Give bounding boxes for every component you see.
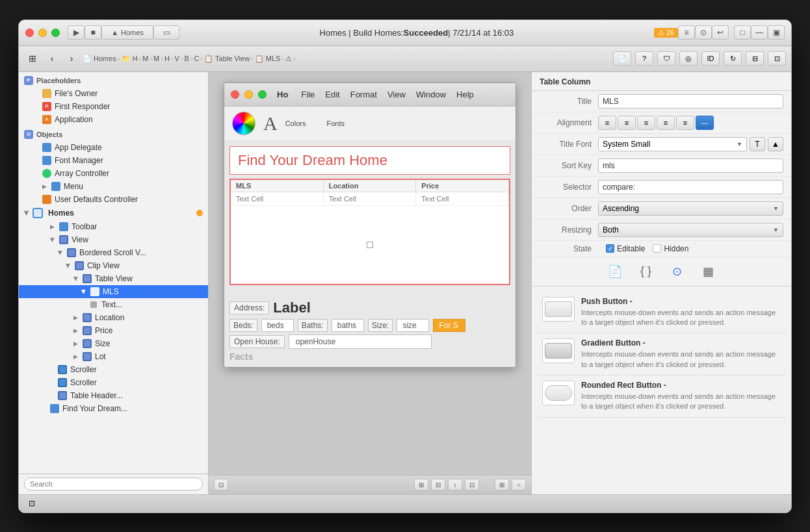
bc-h1[interactable]: 📁 H: [122, 55, 138, 63]
align-right[interactable]: ≡: [657, 116, 675, 130]
doc-icon[interactable]: 📄: [613, 51, 631, 66]
find-your-dream-item[interactable]: Find Your Dream...: [19, 402, 208, 415]
array-controller-item[interactable]: Array Controller: [19, 167, 208, 180]
title-font-select[interactable]: System Small ▼: [598, 137, 747, 151]
scroller1-item[interactable]: Scroller: [19, 363, 208, 376]
back-button[interactable]: ‹: [44, 50, 60, 67]
location-tree-item[interactable]: ▶ Location: [19, 311, 208, 324]
color-wheel[interactable]: [232, 112, 255, 135]
editable-checkbox-item[interactable]: ✓ Editable: [606, 244, 645, 253]
homes-section[interactable]: ▶ Homes: [19, 206, 208, 220]
files-owner-item[interactable]: File's Owner: [19, 87, 208, 100]
bottom-circle[interactable]: ○: [512, 479, 526, 490]
bc-v[interactable]: V: [175, 55, 179, 62]
first-responder-item[interactable]: R First Responder: [19, 100, 208, 113]
selector-input[interactable]: [598, 180, 783, 194]
font-manager-item[interactable]: Font Manager: [19, 154, 208, 167]
font-t-btn[interactable]: T: [750, 137, 765, 151]
help-icon[interactable]: ?: [635, 51, 653, 66]
user-defaults-item[interactable]: User Defaults Controller: [19, 193, 208, 206]
align-active[interactable]: —: [696, 116, 714, 130]
bc-m1[interactable]: M: [142, 55, 148, 62]
warning-badge[interactable]: ⚠ 26: [654, 28, 678, 38]
frame-btn[interactable]: ⊡: [214, 479, 228, 490]
sort-key-input[interactable]: [598, 158, 783, 173]
align-center[interactable]: ≡: [618, 116, 636, 130]
layout-btn2[interactable]: ⊟: [431, 479, 445, 490]
menu-help[interactable]: Help: [456, 90, 474, 99]
grid-button[interactable]: ⊞: [24, 50, 41, 67]
run-button[interactable]: ▶: [68, 25, 85, 40]
lot-tree-item[interactable]: ▶ Lot: [19, 350, 208, 363]
bc-mls[interactable]: 📋 MLS: [255, 55, 281, 63]
version-button[interactable]: ↩: [712, 25, 729, 40]
grid2-icon[interactable]: ⊟: [746, 51, 764, 66]
scroller2-item[interactable]: Scroller: [19, 376, 208, 389]
table-inspector-icon[interactable]: ▦: [699, 262, 718, 281]
resizing-dropdown[interactable]: Both ▼: [598, 223, 783, 237]
shield-icon[interactable]: 🛡: [657, 51, 675, 66]
navigator-button[interactable]: □: [734, 25, 751, 40]
circle-inspector-icon[interactable]: ⊙: [668, 262, 686, 281]
title-input[interactable]: [598, 94, 783, 108]
bc-table-view[interactable]: 📋 Table View: [204, 55, 250, 63]
layout-btn3[interactable]: ↕: [448, 479, 462, 490]
stop-button[interactable]: ■: [85, 25, 101, 40]
debug-button[interactable]: —: [751, 25, 768, 40]
app-delegate-item[interactable]: App Delegate: [19, 141, 208, 154]
id-icon[interactable]: ID: [701, 51, 720, 66]
curly-inspector-icon[interactable]: { }: [637, 262, 655, 281]
target-icon[interactable]: ◎: [679, 51, 698, 66]
menu-format[interactable]: Format: [350, 90, 377, 99]
close-button[interactable]: [25, 29, 34, 37]
text-cell-item[interactable]: Text...: [19, 298, 208, 311]
table-view-item[interactable]: ▶ Table View: [19, 272, 208, 285]
bordered-scroll-item[interactable]: ▶ Bordered Scroll V...: [19, 246, 208, 259]
panel-icon[interactable]: ⊡: [768, 51, 786, 66]
order-dropdown[interactable]: Ascending ▼: [598, 201, 783, 216]
utilities-button[interactable]: ▣: [768, 25, 785, 40]
font-up-btn[interactable]: ▲: [768, 137, 783, 151]
align-natural[interactable]: ≡: [676, 116, 694, 130]
layout-btn1[interactable]: ⊞: [414, 479, 428, 490]
menu-edit[interactable]: Edit: [325, 90, 339, 99]
layout-btn4[interactable]: ⊡: [465, 479, 479, 490]
bc-h2[interactable]: H: [164, 55, 170, 62]
align-justify[interactable]: ≡: [637, 116, 655, 130]
hidden-checkbox[interactable]: [653, 244, 661, 253]
bc-homes[interactable]: 📄 Homes: [83, 55, 116, 63]
forward-button[interactable]: ›: [63, 50, 80, 67]
xib-close[interactable]: [231, 90, 239, 99]
layout-btn5[interactable]: ⊞: [495, 479, 509, 490]
status-frame-icon[interactable]: ⊡: [25, 498, 38, 509]
xib-min[interactable]: [244, 90, 253, 99]
menu-item-tree[interactable]: ▶ Menu: [19, 180, 208, 193]
scheme-button[interactable]: ▲Homes: [101, 25, 153, 40]
editable-checkbox[interactable]: ✓: [606, 244, 614, 253]
bc-b[interactable]: B: [185, 55, 189, 62]
xib-max[interactable]: [258, 90, 267, 99]
menu-window[interactable]: Window: [416, 90, 446, 99]
minimize-button[interactable]: [38, 29, 47, 37]
table-header-item[interactable]: Table Header...: [19, 389, 208, 402]
align-left[interactable]: ≡: [598, 116, 616, 130]
clip-view-item[interactable]: ▶ Clip View: [19, 259, 208, 272]
price-tree-item[interactable]: ▶ Price: [19, 324, 208, 337]
bc-warning[interactable]: ⚠: [285, 55, 292, 63]
bc-m2[interactable]: M: [153, 55, 159, 62]
device-button[interactable]: ▭: [153, 25, 179, 40]
search-input[interactable]: [24, 477, 203, 490]
application-item[interactable]: A Application: [19, 113, 208, 126]
bc-c[interactable]: C: [194, 55, 200, 62]
sync-icon[interactable]: ↻: [724, 51, 742, 66]
size-tree-item[interactable]: ▶ Size: [19, 337, 208, 350]
menu-file[interactable]: File: [301, 90, 315, 99]
canvas-area[interactable]: Ho File Edit Format View Window Help: [209, 72, 531, 475]
view-tree-item[interactable]: ▶ View: [19, 233, 208, 246]
mls-tree-item[interactable]: ▶ MLS: [19, 285, 208, 298]
doc-inspector-icon[interactable]: 📄: [606, 262, 624, 281]
assistant-button[interactable]: ⊙: [695, 25, 712, 40]
menu-view[interactable]: View: [387, 90, 406, 99]
maximize-button[interactable]: [51, 29, 60, 37]
toolbar-tree-item[interactable]: ▶ Toolbar: [19, 220, 208, 233]
